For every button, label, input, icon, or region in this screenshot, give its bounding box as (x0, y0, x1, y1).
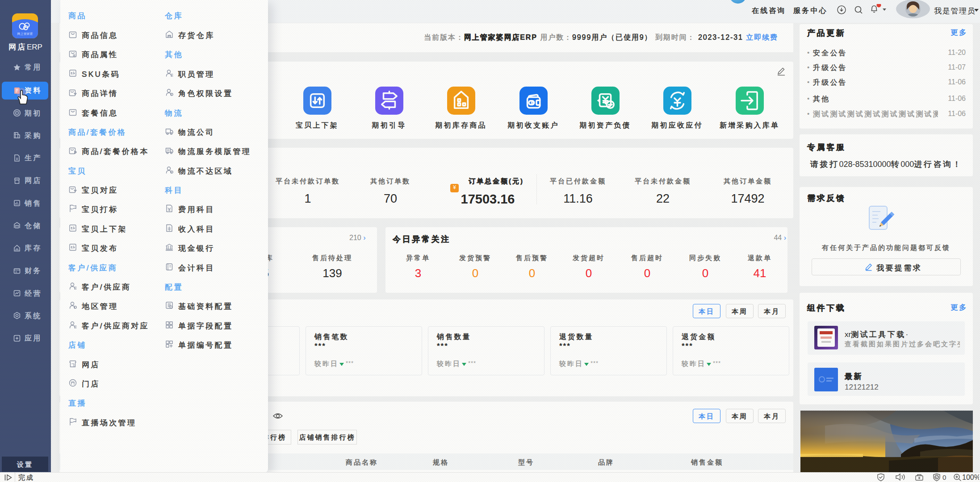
svg-text:AD: AD (935, 476, 939, 479)
svg-text:0: 0 (942, 474, 946, 481)
svg-text:100%: 100% (962, 474, 979, 481)
